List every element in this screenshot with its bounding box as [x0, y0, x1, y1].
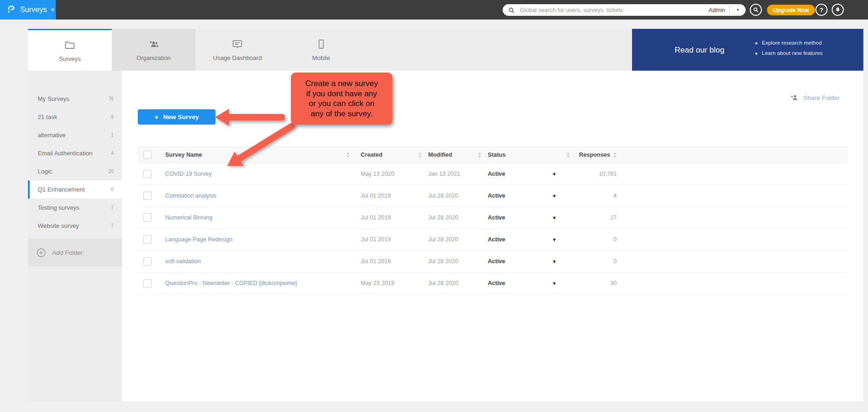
folder-count-badge: 4 — [111, 151, 114, 156]
status-label: Active — [488, 171, 505, 177]
folder-label: 21 task — [38, 113, 57, 120]
sidebar-folder-item[interactable]: 21 task 9 — [28, 108, 122, 126]
brand-label: Surveys — [20, 6, 47, 14]
column-header-created: Created — [361, 152, 383, 158]
folder-list: My Surveys 76 21 task 9 alternative 1 Em… — [28, 90, 122, 235]
folder-count-badge: 76 — [108, 96, 114, 101]
created-cell: May 23 2019 — [361, 280, 428, 286]
sort-icon[interactable] — [613, 153, 617, 158]
folder-label: My Surveys — [38, 95, 69, 102]
tab-mobile[interactable]: Mobile — [279, 29, 363, 71]
modified-cell: Jul 28 2020 — [428, 258, 488, 265]
sort-icon[interactable] — [346, 153, 350, 158]
tab-organization[interactable]: Organization — [112, 29, 195, 71]
sidebar-folder-item[interactable]: Email Authentication 4 — [28, 144, 122, 162]
sidebar-folder-item[interactable]: Testing surveys 7 — [28, 199, 122, 217]
modified-cell: Jul 28 2020 — [428, 214, 488, 221]
survey-name-link[interactable]: QuestionPro : Newsletter - COPIED [dtuko… — [165, 280, 297, 286]
status-dropdown-caret[interactable]: ▼ — [552, 215, 557, 220]
status-label: Active — [488, 258, 505, 265]
sort-icon[interactable] — [418, 153, 422, 158]
table-row: QuestionPro : Newsletter - COPIED [dtuko… — [137, 272, 848, 294]
new-survey-button[interactable]: + New Survey — [138, 109, 215, 125]
status-label: Active — [488, 236, 505, 243]
status-dropdown-caret[interactable]: ▼ — [552, 172, 557, 177]
sidebar-folder-item[interactable]: Logic 20 — [28, 162, 122, 180]
search-scope-dropdown[interactable]: ▼ — [733, 5, 743, 15]
folder-label: Email Authentication — [38, 150, 93, 157]
column-header-survey-name: Survey Name — [165, 152, 202, 158]
survey-name-link[interactable]: soft validation — [165, 258, 201, 265]
upgrade-now-button[interactable]: Upgrade Now — [767, 5, 815, 15]
status-dropdown-caret[interactable]: ▼ — [552, 237, 557, 242]
status-dropdown-caret[interactable]: ▼ — [552, 259, 557, 264]
column-header-status: Status — [488, 152, 505, 158]
status-label: Active — [488, 280, 505, 286]
survey-name-link[interactable]: Correlation analysis — [165, 193, 216, 199]
sort-icon[interactable] — [566, 153, 570, 158]
bell-icon — [834, 7, 841, 13]
add-folder-button[interactable]: Add Folder — [28, 239, 122, 266]
divider — [729, 6, 730, 14]
search-icon — [508, 7, 515, 14]
tab-surveys[interactable]: Surveys — [28, 29, 112, 71]
responses-cell: 10,781 — [577, 171, 617, 177]
tab-label: Surveys — [59, 55, 81, 62]
share-folder-button[interactable]: Share Folder — [790, 93, 840, 102]
sidebar-folder-item[interactable]: My Surveys 76 — [28, 90, 122, 108]
status-label: Active — [488, 193, 505, 199]
folder-count-badge: 1 — [111, 133, 114, 138]
blog-bullet[interactable]: Learn about new features — [762, 50, 822, 56]
responses-cell: 17 — [577, 214, 617, 221]
global-search: Admin ▼ — [503, 4, 746, 16]
sidebar-folder-item[interactable]: Q1 Enhancement 6 — [28, 180, 122, 199]
sort-icon[interactable] — [478, 153, 481, 158]
row-checkbox[interactable] — [143, 235, 152, 244]
survey-name-link[interactable]: Language Page Redesign — [165, 236, 233, 243]
folder-count-badge: 9 — [111, 114, 114, 120]
plus-icon: + — [155, 113, 159, 121]
created-cell: May 13 2020 — [361, 171, 428, 177]
surveys-table: Survey Name Created Modified Status Resp… — [137, 146, 848, 294]
status-label: Active — [488, 214, 505, 221]
chevron-down-icon: ▼ — [51, 8, 55, 12]
share-person-icon — [790, 93, 799, 102]
created-cell: Jul 01 2019 — [361, 214, 428, 221]
responses-cell: 4 — [577, 193, 617, 199]
plus-circle-icon — [36, 247, 47, 258]
search-submit-button[interactable] — [750, 4, 762, 16]
row-checkbox[interactable] — [143, 192, 152, 200]
red-arrow-to-new-survey — [215, 109, 285, 126]
survey-name-link[interactable]: COVID-19 Survey — [165, 171, 212, 177]
blog-banner-title: Read our blog — [641, 46, 758, 55]
modified-cell: Jan 13 2021 — [428, 171, 488, 177]
modified-cell: Jul 28 2020 — [428, 280, 488, 286]
question-mark-icon: ? — [820, 7, 823, 13]
global-search-input[interactable] — [519, 7, 707, 14]
sidebar-folder-item[interactable]: alternative 1 — [28, 126, 122, 144]
select-all-checkbox[interactable] — [143, 151, 152, 159]
row-checkbox[interactable] — [143, 279, 152, 287]
table-body: COVID-19 Survey May 13 2020 Jan 13 2021 … — [137, 163, 848, 294]
notifications-button[interactable] — [832, 4, 844, 16]
sidebar-folder-item[interactable]: Website survey 7 — [28, 217, 122, 235]
status-dropdown-caret[interactable]: ▼ — [552, 193, 557, 199]
add-folder-label: Add Folder — [52, 249, 83, 256]
status-dropdown-caret[interactable]: ▼ — [552, 281, 557, 286]
search-scope-label[interactable]: Admin — [709, 7, 725, 13]
help-button[interactable]: ? — [815, 4, 828, 16]
tab-label: Organization — [136, 54, 171, 61]
row-checkbox[interactable] — [143, 213, 152, 222]
tab-usage-dashboard[interactable]: Usage Dashboard — [195, 29, 279, 71]
tab-label: Usage Dashboard — [213, 54, 262, 61]
survey-name-link[interactable]: Numerical Binning — [165, 214, 212, 221]
modified-cell: Jul 28 2020 — [428, 193, 488, 199]
column-header-modified: Modified — [428, 152, 452, 158]
row-checkbox[interactable] — [143, 170, 152, 178]
search-icon — [753, 7, 759, 13]
responses-cell: 0 — [577, 258, 617, 265]
blog-bullet[interactable]: Explore research method — [762, 40, 821, 46]
row-checkbox[interactable] — [143, 257, 152, 266]
product-switcher[interactable]: Surveys ▼ — [0, 0, 56, 20]
read-our-blog-banner[interactable]: Read our blog ● Explore research method … — [632, 29, 863, 71]
